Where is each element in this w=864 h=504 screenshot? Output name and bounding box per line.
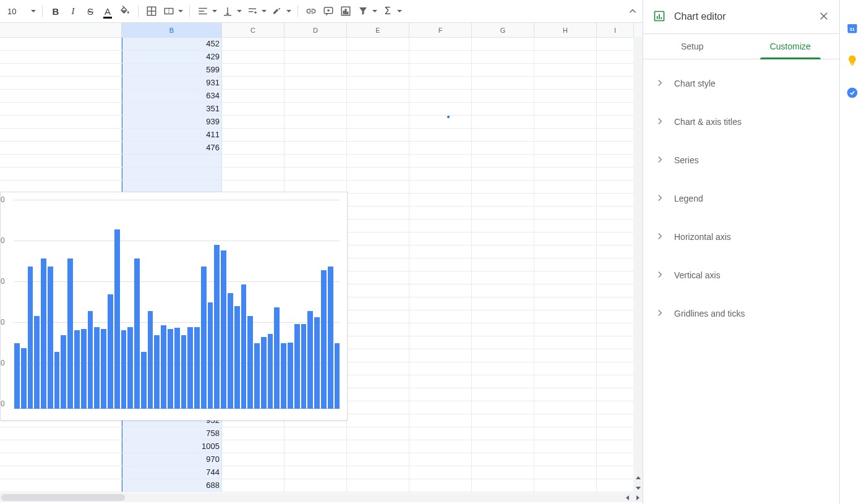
scroll-down-icon[interactable] — [633, 483, 643, 493]
cell[interactable] — [409, 323, 472, 336]
scroll-right-icon[interactable] — [633, 493, 643, 502]
cell[interactable] — [0, 38, 122, 50]
cell[interactable] — [597, 427, 634, 440]
cell[interactable] — [284, 440, 347, 453]
cell[interactable] — [534, 258, 597, 271]
textcolor-button[interactable]: A — [100, 3, 116, 19]
cell[interactable] — [597, 401, 634, 414]
cell[interactable]: 351 — [122, 103, 222, 115]
cell[interactable] — [222, 77, 284, 89]
cell[interactable] — [347, 466, 409, 479]
cell[interactable] — [409, 414, 472, 427]
cell[interactable] — [347, 103, 409, 115]
cell[interactable] — [409, 51, 472, 63]
cell[interactable] — [472, 207, 534, 219]
cell[interactable] — [0, 427, 122, 440]
accordion-series[interactable]: Series — [643, 141, 839, 179]
cell[interactable] — [222, 453, 284, 466]
cell[interactable] — [472, 155, 534, 167]
cell[interactable] — [409, 168, 472, 180]
cell[interactable] — [409, 297, 472, 310]
cell[interactable] — [284, 168, 347, 180]
cell[interactable] — [347, 90, 409, 102]
cell[interactable] — [472, 90, 534, 102]
cell[interactable] — [122, 155, 222, 167]
insertchart-button[interactable] — [338, 3, 354, 19]
cell[interactable] — [409, 207, 472, 219]
cell[interactable] — [472, 479, 534, 492]
cell[interactable] — [534, 129, 597, 141]
vertical-scrollbar[interactable] — [633, 37, 643, 493]
accordion-vertical-axis[interactable]: Vertical axis — [643, 256, 839, 294]
cell[interactable] — [472, 246, 534, 258]
cell[interactable] — [347, 116, 409, 128]
cell[interactable] — [534, 207, 597, 219]
halign-dropdown[interactable] — [212, 8, 218, 14]
cell[interactable] — [472, 388, 534, 401]
cell[interactable] — [222, 466, 284, 479]
cell[interactable] — [534, 479, 597, 492]
cell[interactable] — [472, 38, 534, 50]
cell[interactable] — [409, 103, 472, 115]
cell[interactable] — [409, 349, 472, 362]
cell[interactable] — [597, 90, 634, 102]
cell[interactable] — [534, 181, 597, 193]
cell[interactable] — [347, 323, 409, 336]
cell[interactable] — [472, 168, 534, 180]
cell[interactable] — [409, 64, 472, 76]
cell[interactable] — [0, 129, 122, 141]
cell[interactable] — [472, 129, 534, 141]
cell[interactable] — [597, 207, 634, 219]
cell[interactable]: 939 — [122, 116, 222, 128]
cell[interactable] — [409, 38, 472, 50]
cell[interactable] — [597, 168, 634, 180]
cell[interactable] — [597, 220, 634, 232]
cell[interactable] — [409, 77, 472, 89]
cell[interactable] — [409, 466, 472, 479]
cell[interactable] — [347, 297, 409, 310]
cell[interactable] — [409, 271, 472, 284]
functions-dropdown[interactable] — [397, 8, 403, 14]
cell[interactable] — [347, 349, 409, 362]
cell[interactable] — [409, 453, 472, 466]
cell[interactable] — [284, 142, 347, 154]
cell[interactable] — [597, 181, 634, 193]
cell[interactable] — [347, 168, 409, 180]
accordion-chart-style[interactable]: Chart style — [643, 64, 839, 103]
cell[interactable]: 931 — [122, 77, 222, 89]
cell[interactable] — [347, 246, 409, 258]
cell[interactable] — [284, 90, 347, 102]
cell[interactable] — [347, 362, 409, 375]
scroll-left-icon[interactable] — [623, 493, 633, 502]
cell[interactable] — [409, 336, 472, 349]
accordion-horizontal-axis[interactable]: Horizontal axis — [643, 218, 839, 256]
cell[interactable] — [409, 220, 472, 232]
cell[interactable] — [222, 90, 284, 102]
cell[interactable] — [597, 77, 634, 89]
cell[interactable] — [222, 142, 284, 154]
col-header-h[interactable]: H — [534, 23, 597, 37]
tab-setup[interactable]: Setup — [643, 34, 742, 59]
cell[interactable] — [472, 466, 534, 479]
cell[interactable] — [597, 323, 634, 336]
cell[interactable] — [409, 246, 472, 258]
cell[interactable] — [347, 388, 409, 401]
embedded-chart[interactable]: 000000 — [0, 192, 348, 421]
strike-button[interactable]: S — [82, 3, 98, 19]
tab-customize[interactable]: Customize — [742, 34, 840, 59]
col-header-f[interactable]: F — [409, 23, 472, 37]
cell[interactable] — [472, 194, 534, 206]
cell[interactable] — [472, 51, 534, 63]
cell[interactable] — [597, 38, 634, 50]
col-header-g[interactable]: G — [472, 23, 534, 37]
cell[interactable] — [472, 258, 534, 271]
cell[interactable] — [534, 349, 597, 362]
cell[interactable]: 970 — [122, 453, 222, 466]
cell[interactable] — [347, 375, 409, 388]
cell[interactable] — [284, 38, 347, 50]
cell[interactable] — [284, 129, 347, 141]
cell[interactable] — [347, 258, 409, 271]
cell[interactable] — [409, 233, 472, 245]
cell[interactable] — [347, 51, 409, 63]
cell[interactable] — [534, 142, 597, 154]
